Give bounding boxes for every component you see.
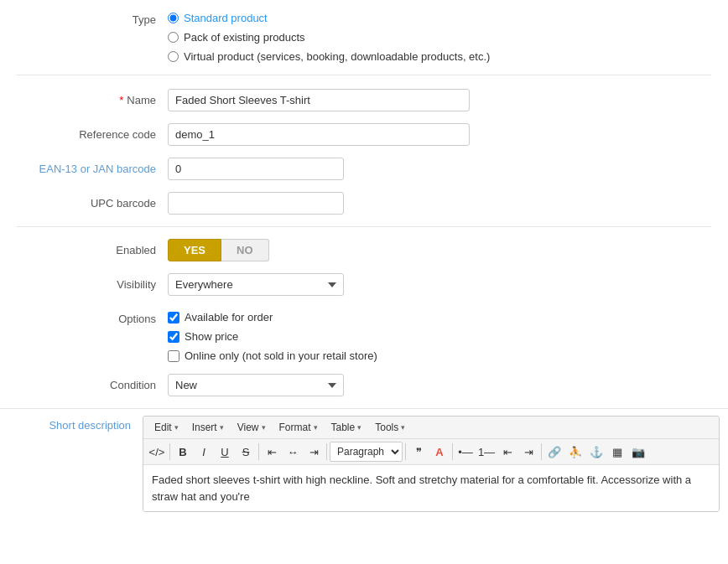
toolbar-link-btn[interactable]: 🔗 — [544, 442, 564, 462]
divider-2 — [17, 226, 711, 227]
menu-tools-label: Tools — [375, 422, 398, 433]
toolbar-strikethrough-btn[interactable]: S — [236, 442, 256, 462]
type-pack-item[interactable]: Pack of existing products — [168, 31, 490, 44]
required-star: * — [119, 94, 123, 106]
condition-row: Condition New Used Refurbished — [17, 374, 711, 396]
type-standard-label[interactable]: Standard product — [184, 12, 268, 24]
name-input[interactable] — [168, 89, 470, 111]
toggle-yes-button[interactable]: YES — [168, 239, 221, 261]
type-virtual-label[interactable]: Virtual product (services, booking, down… — [184, 50, 490, 63]
type-virtual-radio[interactable] — [168, 51, 179, 62]
align-right-icon: ⇥ — [309, 447, 319, 458]
toolbar-blockquote-btn[interactable]: ❞ — [408, 442, 429, 462]
short-description-label: Short description — [0, 409, 143, 432]
condition-select[interactable]: New Used Refurbished — [168, 374, 344, 396]
option-available-item[interactable]: Available for order — [168, 311, 377, 323]
indent-icon: ⇥ — [524, 447, 533, 458]
strikethrough-icon: S — [242, 447, 250, 458]
menu-format-arrow: ▾ — [314, 423, 318, 432]
upc-input[interactable] — [168, 192, 344, 215]
editor-content[interactable]: Faded short sleeves t-shirt with high ne… — [143, 465, 719, 511]
toolbar-indent-btn[interactable]: ⇥ — [518, 442, 538, 462]
menu-edit[interactable]: Edit ▾ — [148, 419, 185, 436]
reference-label: Reference code — [25, 123, 168, 141]
visibility-select[interactable]: Everywhere Catalog only Search only Nowh… — [168, 273, 344, 296]
paragraph-select[interactable]: Paragraph — [330, 442, 403, 462]
menu-insert[interactable]: Insert ▾ — [186, 419, 230, 436]
visibility-label: Visibility — [25, 273, 168, 291]
menu-view[interactable]: View ▾ — [231, 419, 272, 436]
editor-section: Short description Edit ▾ Insert ▾ View ▾… — [0, 408, 728, 512]
toolbar-table-btn[interactable]: ▦ — [607, 442, 627, 462]
toolbar-sep-1 — [169, 443, 170, 460]
type-pack-radio[interactable] — [168, 32, 179, 43]
toolbar-italic-btn[interactable]: I — [194, 442, 214, 462]
options-checkbox-group: Available for order Show price Online on… — [168, 308, 377, 362]
menu-edit-label: Edit — [154, 422, 172, 433]
image-icon: 📷 — [632, 447, 645, 458]
type-pack-label[interactable]: Pack of existing products — [184, 31, 305, 44]
menu-edit-arrow: ▾ — [174, 423, 179, 432]
option-show-price-item[interactable]: Show price — [168, 330, 377, 343]
upc-row: UPC barcode — [17, 192, 711, 215]
editor-menubar: Edit ▾ Insert ▾ View ▾ Format ▾ Table — [143, 417, 719, 439]
blockquote-icon: ❞ — [416, 447, 422, 458]
type-label: Type — [25, 8, 168, 26]
ean-row: EAN-13 or JAN barcode — [17, 158, 711, 180]
toolbar-unordered-list-btn[interactable]: •— — [455, 442, 476, 462]
divider-1 — [17, 75, 711, 75]
code-icon: </> — [149, 447, 165, 458]
editor-text: Faded short sleeves t-shirt with high ne… — [152, 473, 691, 503]
toolbar-ordered-list-btn[interactable]: 1— — [476, 442, 497, 462]
editor-toolbar: </> B I U S ⇤ ↔ ⇥ Paragraph ❞ A •— 1— — [143, 439, 719, 465]
menu-format[interactable]: Format ▾ — [273, 419, 324, 436]
toolbar-align-center-btn[interactable]: ↔ — [283, 442, 303, 462]
option-show-price-checkbox[interactable] — [168, 331, 179, 343]
toolbar-underline-btn[interactable]: U — [215, 442, 235, 462]
option-online-only-item[interactable]: Online only (not sold in your retail sto… — [168, 349, 377, 362]
toolbar-forecolor-btn[interactable]: A — [429, 442, 450, 462]
menu-table[interactable]: Table ▾ — [325, 419, 368, 436]
enabled-label: Enabled — [25, 239, 168, 256]
editor-row: Short description Edit ▾ Insert ▾ View ▾… — [0, 409, 728, 512]
italic-icon: I — [202, 447, 205, 458]
toolbar-anchor-btn[interactable]: ⚓ — [586, 442, 606, 462]
toolbar-sep-4 — [405, 443, 406, 460]
type-standard-item[interactable]: Standard product — [168, 12, 490, 24]
toolbar-outdent-btn[interactable]: ⇤ — [497, 442, 517, 462]
toolbar-bold-btn[interactable]: B — [173, 442, 193, 462]
toolbar-image-btn[interactable]: 📷 — [628, 442, 648, 462]
toolbar-sep-6 — [541, 443, 542, 460]
toggle-no-button[interactable]: NO — [221, 239, 269, 261]
forecolor-icon: A — [435, 447, 443, 458]
reference-input[interactable] — [168, 123, 470, 146]
option-show-price-label[interactable]: Show price — [185, 330, 238, 343]
reference-row: Reference code — [17, 123, 711, 146]
toolbar-unlink-btn[interactable]: ⛹ — [565, 442, 585, 462]
option-online-only-label[interactable]: Online only (not sold in your retail sto… — [185, 349, 377, 362]
visibility-row: Visibility Everywhere Catalog only Searc… — [17, 273, 711, 296]
underline-icon: U — [221, 447, 228, 458]
ordered-list-icon: 1— — [478, 447, 495, 458]
link-icon: 🔗 — [548, 447, 561, 458]
type-standard-radio[interactable] — [168, 13, 179, 23]
menu-tools[interactable]: Tools ▾ — [369, 419, 411, 436]
ean-input[interactable] — [168, 158, 344, 180]
toolbar-code-btn[interactable]: </> — [147, 442, 167, 462]
bold-icon: B — [179, 447, 186, 458]
toolbar-align-right-btn[interactable]: ⇥ — [304, 442, 324, 462]
outdent-icon: ⇤ — [503, 447, 512, 458]
anchor-icon: ⚓ — [590, 447, 603, 458]
type-virtual-item[interactable]: Virtual product (services, booking, down… — [168, 50, 490, 63]
menu-table-arrow: ▾ — [357, 423, 361, 432]
option-available-checkbox[interactable] — [168, 312, 179, 323]
enabled-toggle[interactable]: YES NO — [168, 239, 269, 261]
menu-insert-label: Insert — [192, 422, 217, 433]
table-icon: ▦ — [612, 447, 622, 458]
toolbar-align-left-btn[interactable]: ⇤ — [262, 442, 282, 462]
align-center-icon: ↔ — [288, 447, 299, 458]
option-online-only-checkbox[interactable] — [168, 350, 179, 362]
option-available-label[interactable]: Available for order — [185, 311, 273, 323]
ean-label: EAN-13 or JAN barcode — [25, 158, 168, 175]
name-row: *Name — [17, 89, 711, 111]
